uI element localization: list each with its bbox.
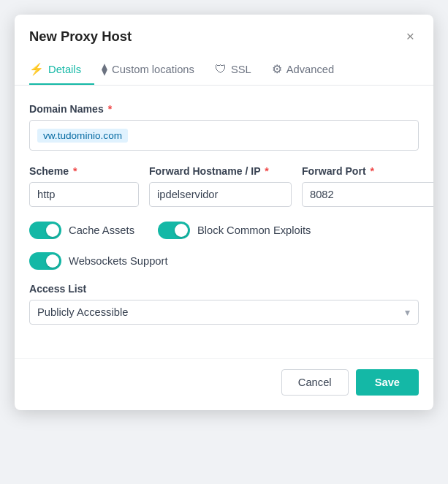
websockets-toggle-item: Websockets Support <box>29 252 168 270</box>
shield-icon: 🛡 <box>215 63 227 76</box>
domain-names-input[interactable]: vw.tudominio.com <box>29 120 419 151</box>
layers-icon: ⧫ <box>102 62 107 76</box>
block-exploits-slider <box>158 222 190 239</box>
scheme-input[interactable] <box>29 182 139 207</box>
block-exploits-toggle-item: Block Common Exploits <box>158 222 311 239</box>
access-list-label: Access List <box>29 283 419 295</box>
block-exploits-toggle[interactable] <box>158 222 190 239</box>
modal-title: New Proxy Host <box>29 29 132 45</box>
forward-port-label: Forward Port * <box>302 165 419 177</box>
block-exploits-label: Block Common Exploits <box>197 224 311 236</box>
tab-details-label: Details <box>48 64 81 75</box>
modal-header: New Proxy Host × <box>15 15 433 55</box>
modal-footer: Cancel Save <box>15 358 433 410</box>
new-proxy-host-modal: New Proxy Host × ⚡ Details ⧫ Custom loca… <box>15 15 433 410</box>
toggles-row-2: Websockets Support <box>29 252 419 270</box>
tab-details[interactable]: ⚡ Details <box>29 55 94 85</box>
domain-tag: vw.tudominio.com <box>37 129 128 143</box>
forward-hostname-input[interactable] <box>149 182 292 207</box>
forward-port-input[interactable] <box>302 182 433 207</box>
cache-assets-toggle[interactable] <box>29 222 61 239</box>
access-list-group: Access List Publicly Accessible <box>29 283 419 325</box>
domain-names-label: Domain Names * <box>29 103 419 115</box>
tab-custom-locations[interactable]: ⧫ Custom locations <box>102 55 208 85</box>
access-list-select[interactable]: Publicly Accessible <box>29 300 419 325</box>
cancel-button[interactable]: Cancel <box>281 369 349 396</box>
websockets-slider <box>29 252 61 270</box>
tab-ssl[interactable]: 🛡 SSL <box>215 55 265 85</box>
gear-icon: ⚙ <box>272 62 282 76</box>
modal-body: Domain Names * vw.tudominio.com Scheme *… <box>15 86 433 351</box>
tab-ssl-label: SSL <box>231 64 251 75</box>
forward-hostname-label: Forward Hostname / IP * <box>149 165 292 177</box>
close-button[interactable]: × <box>402 28 419 45</box>
forward-port-group: Forward Port * ▲ ▼ <box>302 165 419 207</box>
cache-assets-label: Cache Assets <box>69 224 134 236</box>
scheme-label: Scheme * <box>29 165 139 177</box>
required-indicator-scheme: * <box>73 165 77 177</box>
cache-assets-toggle-item: Cache Assets <box>29 222 134 239</box>
save-button[interactable]: Save <box>356 369 419 396</box>
port-wrapper: ▲ ▼ <box>302 182 419 207</box>
scheme-group: Scheme * <box>29 165 139 207</box>
tab-custom-locations-label: Custom locations <box>112 64 194 75</box>
required-indicator-port: * <box>371 165 374 177</box>
required-indicator-hostname: * <box>265 165 268 177</box>
tab-advanced-label: Advanced <box>286 64 334 75</box>
websockets-label: Websockets Support <box>69 255 168 267</box>
access-list-select-wrapper: Publicly Accessible <box>29 300 419 325</box>
details-icon: ⚡ <box>29 62 44 76</box>
tabs-container: ⚡ Details ⧫ Custom locations 🛡 SSL ⚙ Adv… <box>15 55 433 86</box>
required-indicator: * <box>108 103 112 115</box>
three-col-row: Scheme * Forward Hostname / IP * Forward… <box>29 165 419 207</box>
toggles-row-1: Cache Assets Block Common Exploits <box>29 222 419 239</box>
forward-hostname-group: Forward Hostname / IP * <box>149 165 292 207</box>
websockets-toggle[interactable] <box>29 252 61 270</box>
domain-names-group: Domain Names * vw.tudominio.com <box>29 103 419 151</box>
cache-assets-slider <box>29 222 61 239</box>
tab-advanced[interactable]: ⚙ Advanced <box>272 55 347 85</box>
